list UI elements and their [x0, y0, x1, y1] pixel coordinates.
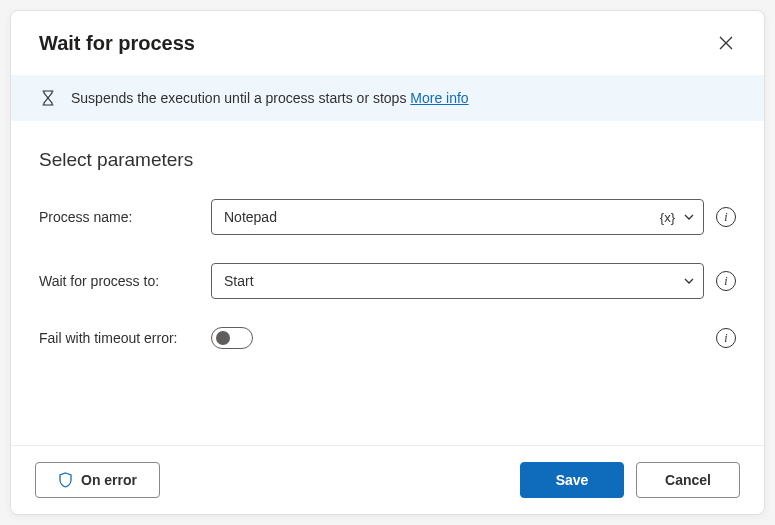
chevron-down-icon[interactable] — [683, 211, 695, 223]
save-button[interactable]: Save — [520, 462, 624, 498]
wait-for-value: Start — [224, 273, 683, 289]
process-name-input[interactable]: Notepad {x} — [211, 199, 704, 235]
section-title: Select parameters — [39, 149, 736, 171]
on-error-label: On error — [81, 472, 137, 488]
fail-timeout-help[interactable]: i — [716, 328, 736, 348]
hourglass-icon — [39, 89, 57, 107]
toggle-knob — [216, 331, 230, 345]
wait-for-label: Wait for process to: — [39, 273, 199, 289]
banner-text: Suspends the execution until a process s… — [71, 90, 469, 106]
wait-for-row: Wait for process to: Start i — [39, 263, 736, 299]
on-error-button[interactable]: On error — [35, 462, 160, 498]
info-banner: Suspends the execution until a process s… — [11, 75, 764, 121]
save-label: Save — [556, 472, 589, 488]
close-icon — [719, 36, 733, 50]
process-name-value: Notepad — [224, 209, 658, 225]
more-info-link[interactable]: More info — [410, 90, 468, 106]
process-name-label: Process name: — [39, 209, 199, 225]
fail-timeout-label: Fail with timeout error: — [39, 330, 199, 346]
fail-timeout-toggle[interactable] — [211, 327, 253, 349]
dialog-title: Wait for process — [39, 32, 195, 55]
shield-icon — [58, 472, 73, 488]
chevron-down-icon[interactable] — [683, 275, 695, 287]
process-name-row: Process name: Notepad {x} i — [39, 199, 736, 235]
wait-for-process-dialog: Wait for process Suspends the execution … — [10, 10, 765, 515]
dialog-footer: On error Save Cancel — [11, 445, 764, 514]
process-name-help[interactable]: i — [716, 207, 736, 227]
wait-for-help[interactable]: i — [716, 271, 736, 291]
dialog-content: Select parameters Process name: Notepad … — [11, 121, 764, 445]
close-button[interactable] — [712, 29, 740, 57]
dialog-header: Wait for process — [11, 11, 764, 75]
fail-timeout-row: Fail with timeout error: i — [39, 327, 736, 349]
banner-message: Suspends the execution until a process s… — [71, 90, 410, 106]
variable-picker-icon[interactable]: {x} — [658, 210, 677, 225]
cancel-label: Cancel — [665, 472, 711, 488]
cancel-button[interactable]: Cancel — [636, 462, 740, 498]
wait-for-select[interactable]: Start — [211, 263, 704, 299]
